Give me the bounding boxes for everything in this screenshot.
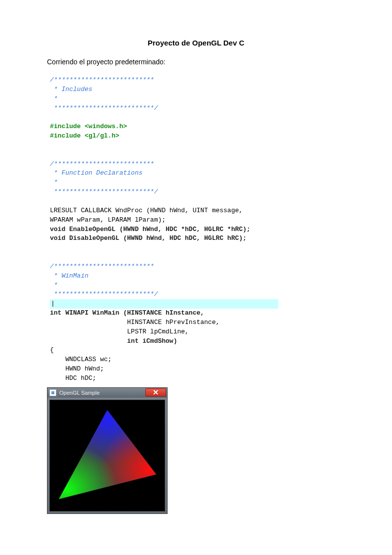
comment-open: /**************************: [50, 76, 154, 84]
include-line-1: #include <windows.h>: [50, 123, 127, 130]
winmain-1: int WINAPI WinMain (HINSTANCE hInstance,: [50, 309, 204, 317]
comment-blank: *: [50, 95, 58, 102]
comment-winmain: * WinMain: [50, 272, 88, 279]
comment-close-2: **************************/: [50, 188, 158, 195]
window-title: OpenGL Sample: [59, 390, 100, 396]
decl-3: void DisableOpenGL (HWND hWnd, HDC hDC, …: [50, 234, 247, 242]
code-block: /************************** * Includes *…: [47, 73, 345, 386]
comment-blank-2: *: [50, 179, 58, 186]
comment-funcdecl: * Function Declarations: [50, 169, 142, 177]
comment-blank-3: *: [50, 281, 58, 289]
decl-1a: LRESULT CALLBACK WndProc (HWND hWnd, UIN…: [50, 207, 243, 214]
comment-close-3: **************************/: [50, 290, 158, 298]
close-button[interactable]: [145, 388, 166, 397]
comment-close: **************************/: [50, 104, 158, 112]
comment-open-3: /**************************: [50, 263, 154, 270]
output-window: OpenGL Sample: [47, 387, 168, 514]
page-title: Proyecto de OpenGL Dev C: [47, 39, 345, 47]
brace-open: {: [50, 346, 54, 354]
comment-open-2: /**************************: [50, 160, 154, 168]
decl-1b: WPARAM wParam, LPARAM lParam);: [50, 216, 166, 224]
comment-includes: * Includes: [50, 86, 92, 93]
winmain-3: LPSTR lpCmdLine,: [50, 328, 189, 335]
cursor-line: |: [50, 299, 278, 309]
decl-2: void EnableOpenGL (HWND hWnd, HDC *hDC, …: [50, 226, 251, 233]
svg-marker-3: [59, 410, 156, 499]
close-icon: [153, 390, 159, 395]
winmain-4: int iCmdShow): [50, 337, 177, 345]
winmain-2: HINSTANCE hPrevInstance,: [50, 319, 219, 326]
body-2: HWND hWnd;: [50, 365, 104, 372]
body-1: WNDCLASS wc;: [50, 356, 112, 363]
window-titlebar[interactable]: OpenGL Sample: [47, 388, 167, 398]
triangle-render: [50, 400, 165, 511]
body-3: HDC hDC;: [50, 374, 96, 382]
opengl-canvas: [49, 400, 165, 511]
app-icon: [49, 389, 56, 396]
include-line-2: #include <gl/gl.h>: [50, 132, 119, 139]
page-subtitle: Corriendo el proyecto predeterminado:: [47, 58, 345, 66]
